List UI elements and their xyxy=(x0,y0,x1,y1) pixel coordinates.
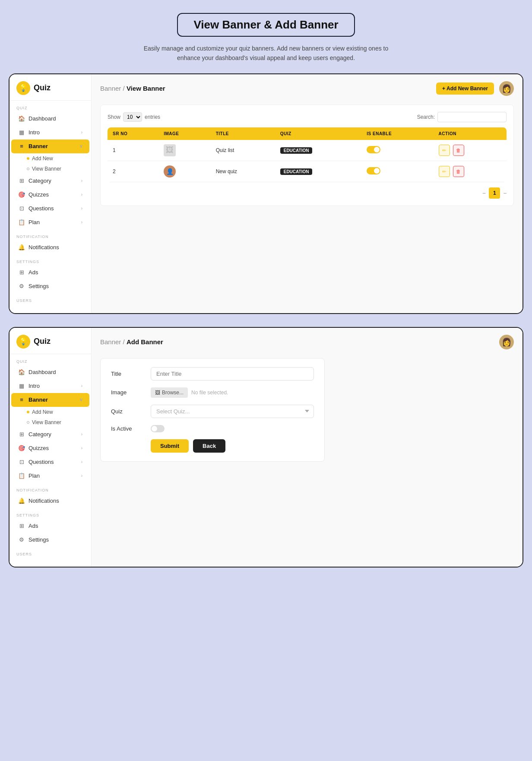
page-title-box: View Banner & Add Banner xyxy=(177,13,355,37)
badge-1: EDUCATION xyxy=(280,147,313,154)
sidebar-label-ads-2: Ads xyxy=(28,523,38,529)
cell-img-1: 🖼 xyxy=(158,140,210,161)
edit-button-1[interactable]: ✏ xyxy=(439,145,450,156)
dot-add-new-1 xyxy=(27,157,29,160)
main-content-1: Banner / View Banner + Add New Banner 👩 … xyxy=(92,74,522,313)
table-show-1: Show 10 25 50 entries xyxy=(108,112,160,122)
chevron-plan-2: › xyxy=(81,473,82,478)
sidebar-item-plan-2[interactable]: 📋 Plan › xyxy=(11,469,89,483)
is-active-label: Is Active xyxy=(111,425,146,432)
chevron-banner-2: ∨ xyxy=(79,397,82,402)
delete-button-1[interactable]: 🗑 xyxy=(453,145,464,156)
sidebar-item-plan-1[interactable]: 📋 Plan › xyxy=(11,216,89,229)
cell-toggle-2[interactable] xyxy=(361,161,433,182)
category-icon-2: ⊞ xyxy=(18,431,25,438)
section-notification-2: NOTIFICATION xyxy=(10,483,91,494)
chevron-banner-1: ∨ xyxy=(79,144,82,149)
browse-button[interactable]: 🖼 Browse... xyxy=(151,387,188,398)
form-actions: Submit Back xyxy=(111,439,314,453)
sidebar-item-intro-2[interactable]: ▦ Intro › xyxy=(11,379,89,393)
sidebar-logo-2: 💡 Quiz xyxy=(10,328,91,354)
plan-icon-1: 📋 xyxy=(18,219,25,226)
thumb-1: 🖼 xyxy=(164,144,176,156)
breadcrumb-prefix-1: Banner / xyxy=(100,85,125,92)
chevron-questions-1: › xyxy=(81,206,82,211)
sidebar-item-settings-2[interactable]: ⚙ Settings xyxy=(11,533,89,547)
page-prev-1[interactable]: – xyxy=(483,190,486,196)
intro-icon-1: ▦ xyxy=(18,129,25,136)
show-entries-select-1[interactable]: 10 25 50 xyxy=(123,112,142,122)
sidebar-item-dashboard-2[interactable]: 🏠 Dashboard xyxy=(11,365,89,379)
section-quiz-1: QUIZ xyxy=(10,101,91,112)
sidebar-item-add-new-1[interactable]: Add New xyxy=(23,153,91,164)
section-users-2: USERS xyxy=(10,547,91,558)
chevron-category-1: › xyxy=(81,178,82,183)
chevron-intro-1: › xyxy=(81,130,82,135)
col-srno-1: SR NO xyxy=(108,127,158,140)
dot-view-banner-1 xyxy=(27,168,29,170)
cell-toggle-1[interactable] xyxy=(361,140,433,161)
submit-button[interactable]: Submit xyxy=(151,439,189,453)
sidebar-item-quizzes-1[interactable]: 🎯 Quizzes › xyxy=(11,188,89,202)
sidebar-item-view-banner-1[interactable]: View Banner xyxy=(23,164,91,174)
image-icon: 🖼 xyxy=(155,390,160,396)
banner-icon-2: ≡ xyxy=(18,396,25,403)
label-add-new-2: Add New xyxy=(32,409,53,415)
edit-button-2[interactable]: ✏ xyxy=(439,166,450,177)
file-input-wrapper: 🖼 Browse... No file selected. xyxy=(151,387,314,398)
sidebar-item-intro-1[interactable]: ▦ Intro › xyxy=(11,126,89,140)
delete-button-2[interactable]: 🗑 xyxy=(453,166,464,177)
is-active-toggle[interactable] xyxy=(151,425,165,432)
breadcrumb-main-1: View Banner xyxy=(127,85,165,92)
category-icon-1: ⊞ xyxy=(18,178,25,184)
sidebar-logo-1: 💡 Quiz xyxy=(10,74,91,101)
main-header-2: Banner / Add Banner 👩 xyxy=(100,335,514,349)
sidebar-label-quizzes-1: Quizzes xyxy=(28,191,49,198)
chevron-category-2: › xyxy=(81,432,82,437)
page-1-btn[interactable]: 1 xyxy=(489,187,500,199)
sidebar-item-notifications-1[interactable]: 🔔 Notifications xyxy=(11,241,89,254)
main-content-2: Banner / Add Banner 👩 Title Image 🖼 Brow… xyxy=(92,328,522,567)
logo-text-2: Quiz xyxy=(34,337,51,346)
form-row-title: Title xyxy=(111,367,314,380)
add-new-banner-button[interactable]: + Add New Banner xyxy=(436,82,494,95)
toggle-2[interactable] xyxy=(367,167,380,174)
cell-img-2: 👤 xyxy=(158,161,210,182)
sidebar-item-dashboard-1[interactable]: 🏠 Dashboard xyxy=(11,112,89,126)
toggle-1[interactable] xyxy=(367,146,380,153)
section-quiz-2: QUIZ xyxy=(10,354,91,365)
sidebar-item-banner-2[interactable]: ≡ Banner ∨ xyxy=(11,393,89,407)
sidebar-label-dashboard-1: Dashboard xyxy=(28,115,56,122)
sidebar-item-ads-1[interactable]: ⊞ Ads xyxy=(11,266,89,279)
sidebar-item-view-banner-2[interactable]: View Banner xyxy=(23,417,91,428)
badge-2: EDUCATION xyxy=(280,168,313,175)
sidebar-item-category-1[interactable]: ⊞ Category › xyxy=(11,174,89,188)
sidebar-label-category-1: Category xyxy=(28,178,51,184)
search-input-1[interactable] xyxy=(437,112,507,122)
cell-quiz-2: EDUCATION xyxy=(275,161,362,182)
sidebar-item-category-2[interactable]: ⊞ Category › xyxy=(11,428,89,441)
settings-icon-2: ⚙ xyxy=(18,536,25,543)
page-next-1[interactable]: – xyxy=(504,190,507,196)
sidebar-label-questions-1: Questions xyxy=(28,205,54,212)
sidebar-item-questions-2[interactable]: ⊡ Questions › xyxy=(11,455,89,469)
title-input[interactable] xyxy=(151,367,314,380)
settings-icon-1: ⚙ xyxy=(18,283,25,290)
col-title-1: TITLE xyxy=(211,127,275,140)
quizzes-icon-2: 🎯 xyxy=(18,445,25,452)
title-label: Title xyxy=(111,371,146,377)
chevron-intro-2: › xyxy=(81,384,82,388)
sidebar-item-banner-1[interactable]: ≡ Banner ∨ xyxy=(11,140,89,153)
sidebar-label-settings-2: Settings xyxy=(28,536,49,543)
form-row-image: Image 🖼 Browse... No file selected. xyxy=(111,387,314,398)
sidebar-item-settings-1[interactable]: ⚙ Settings xyxy=(11,279,89,293)
quiz-select[interactable]: Select Quiz... xyxy=(151,405,314,418)
sidebar-item-quizzes-2[interactable]: 🎯 Quizzes › xyxy=(11,441,89,455)
sidebar-label-intro-2: Intro xyxy=(28,383,40,389)
sidebar-item-questions-1[interactable]: ⊡ Questions › xyxy=(11,202,89,216)
sidebar-item-add-new-2[interactable]: Add New xyxy=(23,407,91,417)
back-button[interactable]: Back xyxy=(193,439,225,453)
table-search-1: Search: xyxy=(417,112,507,122)
sidebar-item-ads-2[interactable]: ⊞ Ads xyxy=(11,519,89,533)
sidebar-item-notifications-2[interactable]: 🔔 Notifications xyxy=(11,494,89,508)
